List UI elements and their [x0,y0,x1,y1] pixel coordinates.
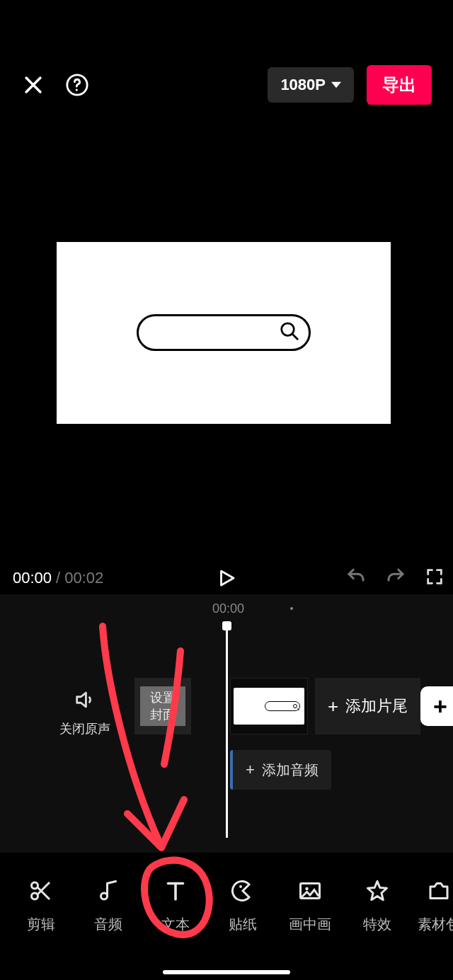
time-separator: / [56,569,60,587]
play-icon[interactable] [216,567,237,589]
music-icon [96,878,121,906]
text-icon [163,878,188,906]
chevron-down-icon [331,76,341,94]
close-icon[interactable] [21,73,45,97]
resolution-button[interactable]: 1080P [268,67,354,103]
svg-point-15 [239,885,242,888]
help-icon[interactable] [65,73,89,97]
time-ruler: 00:00 [0,601,453,623]
add-audio-label: 添加音频 [262,761,319,780]
plus-icon: + [328,696,338,717]
search-icon [265,701,300,711]
clip-thumbnail [234,688,304,725]
tool-label: 文本 [161,915,190,934]
mute-label: 关闭原声 [50,720,120,737]
tool-label: 贴纸 [229,915,257,934]
resolution-label: 1080P [280,76,326,94]
search-icon [279,321,300,345]
add-ending-label: 添加片尾 [345,696,408,717]
current-time: 00:00 [13,569,52,587]
playhead[interactable] [226,626,228,838]
searchbox-graphic [137,314,311,351]
undo-icon[interactable] [345,566,367,590]
tool-label: 素材包 [418,915,453,934]
tool-sticker[interactable]: 贴纸 [209,878,276,934]
tool-effect[interactable]: 特效 [343,878,411,934]
add-clip-button[interactable]: + [420,686,453,726]
plus-icon: + [433,693,447,720]
total-time: 00:02 [64,569,103,587]
svg-marker-7 [77,693,86,707]
plus-icon: + [246,761,255,779]
home-indicator [163,970,290,974]
timeline-area[interactable]: 00:00 关闭原声 设置 封面 + 添加片尾 + + 添加音频 [0,594,453,853]
tool-audio[interactable]: 音频 [74,878,142,934]
svg-marker-6 [222,571,234,585]
video-frame [57,242,391,424]
cover-label: 设置 封面 [140,686,185,726]
header-left [21,73,89,97]
sticker-icon [230,878,256,906]
video-clip[interactable] [230,678,308,734]
add-audio-button[interactable]: + 添加音频 [230,750,331,790]
bottom-toolbar: 剪辑 音频 文本 贴纸 画中画 特效 素材包 [0,860,453,952]
tool-edit[interactable]: 剪辑 [7,878,74,934]
tool-label: 音频 [94,915,122,934]
playback-bar: 00:00 / 00:02 [0,560,453,596]
material-icon [426,878,452,906]
add-ending-button[interactable]: + 添加片尾 [315,678,420,734]
tool-text[interactable]: 文本 [142,878,209,934]
svg-point-17 [305,887,309,890]
tool-pip[interactable]: 画中画 [276,878,343,934]
svg-point-3 [76,89,78,91]
add-tail-row: + 添加片尾 + [315,678,453,734]
fullscreen-icon[interactable] [425,567,445,589]
playback-right [345,566,445,590]
tool-material[interactable]: 素材包 [411,878,453,934]
svg-line-5 [292,334,298,340]
export-button[interactable]: 导出 [367,65,432,105]
tool-label: 画中画 [289,915,331,934]
star-icon [365,878,390,906]
set-cover-button[interactable]: 设置 封面 [134,678,191,734]
ruler-mark-0: 00:00 [212,601,244,616]
tool-label: 剪辑 [27,915,55,934]
svg-marker-18 [367,881,386,899]
pip-icon [297,878,323,906]
mute-original-sound[interactable]: 关闭原声 [50,688,120,737]
redo-icon[interactable] [385,566,406,590]
export-label: 导出 [382,75,416,94]
ruler-tick [290,607,293,610]
scissors-icon [28,878,54,906]
speaker-icon [73,702,97,714]
video-preview[interactable] [57,113,391,552]
header-bar: 1080P 导出 [0,60,453,110]
tool-label: 特效 [363,915,391,934]
